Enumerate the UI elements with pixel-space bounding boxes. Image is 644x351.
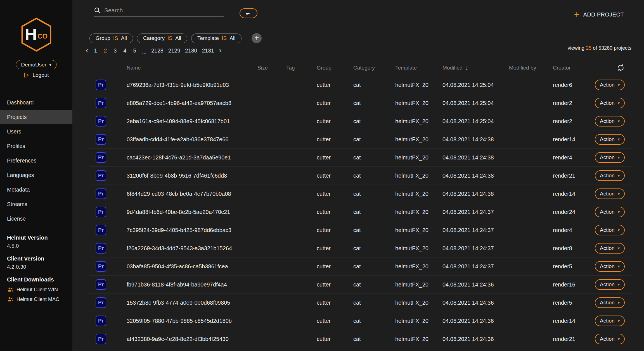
- sidebar-item-profiles[interactable]: Profiles: [0, 139, 72, 153]
- helmut-version-label: Helmut Version: [7, 235, 69, 241]
- premiere-pro-icon: Pr: [96, 316, 106, 326]
- user-menu-button[interactable]: DemoUser ▾: [16, 60, 56, 69]
- cell-template: helmutFX_20: [395, 154, 442, 161]
- pagination-page-2130[interactable]: 2130: [185, 47, 197, 54]
- refresh-icon[interactable]: [617, 64, 625, 72]
- table-row[interactable]: Pr 15372b8c-9fb3-4774-a0e9-0e0d68f09805 …: [89, 294, 631, 312]
- table-row[interactable]: Pr cac423ec-128f-4c76-a21d-3a7daa5e90e1 …: [89, 149, 631, 167]
- client-download-link[interactable]: Helmut Client MAC: [7, 296, 69, 303]
- table-row[interactable]: Pr 2eba161a-c9ef-4094-88e9-45fc06817b01 …: [89, 112, 631, 130]
- col-tag[interactable]: Tag: [286, 65, 317, 71]
- table-row[interactable]: Pr af432380-9a9c-4e28-8e22-df3bb4f25430 …: [89, 330, 631, 348]
- cell-category: cat: [353, 209, 395, 215]
- sidebar-item-dashboard[interactable]: Dashboard: [0, 95, 72, 110]
- cell-name: 31200f6f-8be9-4b8b-9516-7df461fc6dd8: [127, 173, 257, 179]
- pagination-page-2128[interactable]: 2128: [151, 47, 163, 54]
- sidebar-item-users[interactable]: Users: [0, 124, 72, 139]
- table-row[interactable]: Pr 9d4da88f-fb6d-40be-8e2b-5ae20a470c21 …: [89, 203, 631, 221]
- col-creator[interactable]: Creator: [553, 65, 595, 71]
- action-button[interactable]: Action ▾: [595, 98, 625, 108]
- viewing-count-link[interactable]: 25: [586, 45, 591, 51]
- filter-chip-group[interactable]: Group IS All: [89, 34, 133, 43]
- filter-chip-category[interactable]: Category IS All: [137, 34, 187, 43]
- chevron-down-icon: ▾: [618, 101, 620, 106]
- col-group[interactable]: Group: [317, 65, 353, 71]
- col-size[interactable]: Size: [257, 65, 286, 71]
- table-row[interactable]: Pr e805a729-dce1-4b96-af42-ea97057aacb8 …: [89, 94, 631, 112]
- col-modified[interactable]: Modified ↓: [442, 65, 509, 71]
- chevron-down-icon: ▾: [618, 209, 620, 214]
- action-button[interactable]: Action ▾: [595, 279, 625, 290]
- cell-name: 03ffaadb-cdd4-41fe-a2ab-036e37847e66: [127, 136, 257, 143]
- table-row[interactable]: Pr 6f844d29-cd03-48cb-be0a-4c77b70b0a08 …: [89, 185, 631, 203]
- pagination-page-1[interactable]: 1: [93, 47, 98, 54]
- col-modified-by[interactable]: Modified by: [509, 65, 553, 71]
- pagination-prev-button[interactable]: ‹: [86, 47, 88, 53]
- table-row[interactable]: Pr d769236a-7df3-431b-9efd-b5e9f0b91e03 …: [89, 76, 631, 94]
- cell-template: helmutFX_20: [395, 263, 442, 270]
- sort-descending-icon[interactable]: ↓: [465, 65, 468, 71]
- sidebar-item-projects[interactable]: Projects: [0, 110, 72, 124]
- table-row[interactable]: Pr 31200f6f-8be9-4b8b-9516-7df461fc6dd8 …: [89, 167, 631, 185]
- action-button[interactable]: Action ▾: [595, 152, 625, 163]
- action-button[interactable]: Action ▾: [595, 188, 625, 199]
- col-category[interactable]: Category: [353, 65, 395, 71]
- sidebar-item-metadata[interactable]: Metadata: [0, 182, 72, 197]
- table-row[interactable]: Pr fb971b36-8118-4f8f-ab94-ba90e97df4a4 …: [89, 276, 631, 294]
- table-row[interactable]: Pr 7c395f24-39d9-4405-b425-987dd6ebbac3 …: [89, 221, 631, 239]
- logout-button[interactable]: Logout: [0, 71, 72, 79]
- plus-icon: +: [574, 9, 580, 19]
- cell-template: helmutFX_20: [395, 136, 442, 143]
- action-button[interactable]: Action ▾: [595, 170, 625, 181]
- sidebar-item-languages[interactable]: Languages: [0, 168, 72, 182]
- action-button[interactable]: Action ▾: [595, 80, 625, 90]
- client-download-link[interactable]: Helmut Client WIN: [7, 286, 69, 293]
- cell-name: d769236a-7df3-431b-9efd-b5e9f0b91e03: [127, 82, 257, 88]
- table-row[interactable]: Pr 03bafa85-9504-4f35-ac86-ca5b3861fcea …: [89, 257, 631, 276]
- premiere-pro-icon: Pr: [96, 225, 106, 235]
- pagination-page-2129[interactable]: 2129: [168, 47, 180, 54]
- helmut-version-value: 4.5.0: [7, 243, 69, 249]
- action-button[interactable]: Action ▾: [595, 297, 625, 308]
- action-button[interactable]: Action ▾: [595, 316, 625, 326]
- action-button[interactable]: Action ▾: [595, 116, 625, 126]
- pagination-page-4[interactable]: 4: [122, 47, 127, 54]
- add-project-button[interactable]: + ADD PROJECT: [574, 9, 624, 20]
- filter-chip-template[interactable]: Template IS All: [191, 34, 242, 43]
- pagination-page-2[interactable]: 2: [103, 47, 108, 54]
- logout-label: Logout: [32, 72, 49, 78]
- col-name[interactable]: Name: [127, 65, 257, 71]
- table-row[interactable]: Pr 03ffaadb-cdd4-41fe-a2ab-036e37847e66 …: [89, 130, 631, 149]
- search-input[interactable]: [104, 7, 224, 14]
- table-row[interactable]: Pr 32059f05-7880-47bb-9885-c8545d2d180b …: [89, 312, 631, 330]
- pagination-page-5[interactable]: 5: [132, 47, 137, 54]
- action-button[interactable]: Action ▾: [595, 225, 625, 235]
- action-button[interactable]: Action ▾: [595, 243, 625, 254]
- table-row[interactable]: Pr f26a2269-34d3-4dd7-9543-a3a321b15264 …: [89, 239, 631, 257]
- action-button[interactable]: Action ▾: [595, 334, 625, 344]
- col-template[interactable]: Template: [395, 65, 442, 71]
- action-button[interactable]: Action ▾: [595, 261, 625, 272]
- search-icon: [94, 7, 101, 14]
- chevron-down-icon: ▾: [618, 264, 620, 269]
- client-download-label: Helmut Client MAC: [16, 297, 59, 302]
- cell-category: cat: [353, 245, 395, 252]
- pagination-next-button[interactable]: ›: [219, 47, 222, 53]
- chevron-down-icon: ▾: [618, 282, 620, 287]
- pagination-page-3[interactable]: 3: [113, 47, 118, 54]
- cell-group: cutter: [317, 281, 353, 288]
- sidebar-item-label: Dashboard: [7, 99, 34, 106]
- sort-filter-button[interactable]: [240, 8, 257, 18]
- chevron-down-icon: ▾: [618, 191, 620, 196]
- sidebar-item-license[interactable]: License: [0, 211, 72, 226]
- cell-template: helmutFX_20: [395, 209, 442, 215]
- pagination-page-2131[interactable]: 2131: [202, 47, 214, 54]
- action-button[interactable]: Action ▾: [595, 207, 625, 217]
- add-filter-button[interactable]: +: [252, 33, 262, 43]
- premiere-pro-icon: Pr: [96, 134, 106, 145]
- sidebar-item-preferences[interactable]: Preferences: [0, 153, 72, 168]
- cell-category: cat: [353, 300, 395, 306]
- sidebar-item-streams[interactable]: Streams: [0, 197, 72, 211]
- cell-creator: render5: [553, 300, 595, 306]
- action-button[interactable]: Action ▾: [595, 134, 625, 145]
